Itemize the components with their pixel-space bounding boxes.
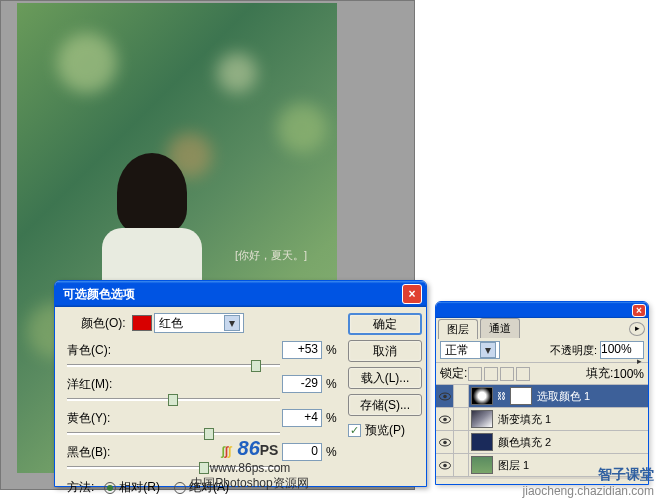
yellow-slider[interactable]: [63, 429, 340, 439]
magenta-slider[interactable]: [63, 395, 340, 405]
preview-label: 预览(P): [365, 422, 405, 439]
lock-transparency-icon[interactable]: [468, 367, 482, 381]
panel-titlebar[interactable]: ×: [436, 302, 648, 318]
layer-item[interactable]: 颜色填充 2: [436, 431, 648, 454]
layer-thumb: [471, 433, 493, 451]
load-button[interactable]: 载入(L)...: [348, 367, 422, 389]
save-button[interactable]: 存储(S)...: [348, 394, 422, 416]
corner-watermark: 智子课堂 jiaocheng.chazidian.com: [523, 466, 654, 498]
yellow-label: 黄色(Y):: [63, 410, 123, 427]
dialog-titlebar[interactable]: 可选颜色选项 ×: [55, 281, 426, 307]
magenta-label: 洋红(M):: [63, 376, 123, 393]
fill-value[interactable]: 100%: [613, 367, 644, 381]
selective-color-dialog: 可选颜色选项 × 颜色(O): 红色 青色(C): +53 % 洋红(M): -…: [54, 280, 427, 487]
svg-point-7: [443, 463, 447, 467]
lock-paint-icon[interactable]: [484, 367, 498, 381]
layer-item[interactable]: 渐变填充 1: [436, 408, 648, 431]
yellow-value[interactable]: +4: [282, 409, 322, 427]
close-icon[interactable]: ×: [402, 284, 422, 304]
cancel-button[interactable]: 取消: [348, 340, 422, 362]
cyan-value[interactable]: +53: [282, 341, 322, 359]
cyan-label: 青色(C):: [63, 342, 123, 359]
tab-layers[interactable]: 图层: [438, 319, 478, 339]
blend-mode-dropdown[interactable]: 正常: [440, 341, 500, 359]
visibility-icon[interactable]: [436, 408, 454, 430]
adjustment-thumb: [471, 387, 493, 405]
svg-point-3: [443, 417, 447, 421]
black-value[interactable]: 0: [282, 443, 322, 461]
link-icon: ⛓: [497, 391, 506, 401]
visibility-icon[interactable]: [436, 431, 454, 453]
opacity-label: 不透明度:: [550, 343, 597, 358]
color-swatch: [132, 315, 152, 331]
layers-panel: × 图层 通道 ▸ 正常 不透明度: 100% 锁定: 填充: 100% ⛓ 选…: [435, 301, 649, 485]
layer-item[interactable]: ⛓ 选取颜色 1: [436, 385, 648, 408]
colors-label: 颜色(O):: [81, 315, 126, 332]
preview-checkbox[interactable]: ✓: [348, 424, 361, 437]
svg-point-5: [443, 440, 447, 444]
ok-button[interactable]: 确定: [348, 313, 422, 335]
dialog-title: 可选颜色选项: [63, 286, 402, 303]
tab-channels[interactable]: 通道: [480, 318, 520, 338]
visibility-icon[interactable]: [436, 385, 454, 407]
black-slider[interactable]: [63, 463, 340, 473]
method-relative-radio[interactable]: 相对(R): [104, 479, 160, 496]
svg-point-1: [443, 394, 447, 398]
visibility-icon[interactable]: [436, 454, 454, 476]
lock-all-icon[interactable]: [516, 367, 530, 381]
layer-thumb: [471, 456, 493, 474]
magenta-value[interactable]: -29: [282, 375, 322, 393]
method-absolute-radio[interactable]: 绝对(A): [174, 479, 229, 496]
fill-label: 填充:: [586, 365, 613, 382]
panel-menu-icon[interactable]: ▸: [629, 322, 645, 336]
photo-caption: [你好，夏天。]: [235, 248, 307, 263]
mask-thumb: [510, 387, 532, 405]
lock-label: 锁定:: [440, 365, 467, 382]
method-label: 方法:: [67, 479, 94, 496]
layer-thumb: [471, 410, 493, 428]
black-label: 黑色(B):: [63, 444, 123, 461]
colors-dropdown[interactable]: 红色: [154, 313, 244, 333]
layer-list: ⛓ 选取颜色 1 渐变填充 1 颜色填充 2 图层 1: [436, 385, 648, 479]
lock-move-icon[interactable]: [500, 367, 514, 381]
panel-close-icon[interactable]: ×: [632, 304, 646, 317]
cyan-slider[interactable]: [63, 361, 340, 371]
opacity-value[interactable]: 100%: [600, 341, 644, 359]
